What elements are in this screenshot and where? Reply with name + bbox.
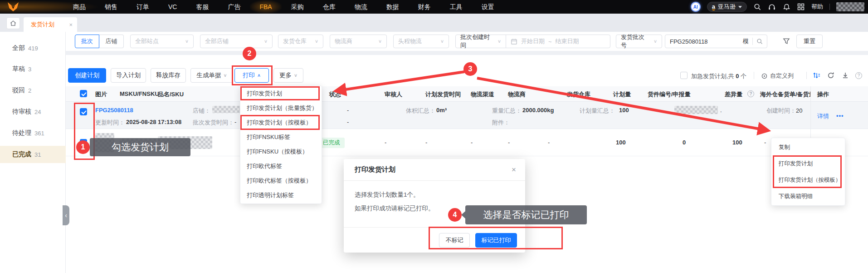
detail-link[interactable]: 详情 (817, 112, 829, 120)
top-nav: 商品 销售 订单 VC 客服 广告 FBA 采购 仓库 物流 数据 财务 工具 … (0, 0, 868, 14)
filter-segment-batch[interactable]: 批次 (75, 35, 99, 48)
filter-segment-shop[interactable]: 店铺 (99, 35, 124, 48)
print-button[interactable]: 打印∧ (234, 68, 269, 83)
nav-item-vc[interactable]: VC (159, 0, 186, 14)
batch-row[interactable]: FPG25080118 店铺： - 体积汇总： 0m³ 重量汇总： 2000.0… (66, 102, 868, 129)
help-link[interactable]: 帮助 (811, 3, 823, 11)
generate-doc-button[interactable]: 生成单据∨ (190, 68, 233, 83)
download-icon[interactable] (842, 72, 849, 80)
toolbar-divider (754, 72, 754, 79)
first-leg-logistics-select[interactable]: 头程物流∨ (393, 35, 449, 48)
date-start-placeholder: 开始日期 (521, 37, 545, 45)
nav-item-logistics[interactable]: 物流 (345, 0, 377, 14)
nav-item-products[interactable]: 商品 (63, 0, 95, 14)
chevron-down-icon: ∨ (653, 39, 657, 44)
nav-item-tools[interactable]: 工具 (440, 0, 472, 14)
date-range-picker[interactable]: 开始日期 ~ 结束日期 (506, 35, 610, 48)
sidebar-item-pending-process[interactable]: 待处理 361 (0, 124, 66, 142)
table-help-icon[interactable]: ? (855, 72, 862, 79)
context-menu-item[interactable]: 复制 (771, 139, 845, 155)
diff-help-icon[interactable]: ? (747, 90, 754, 97)
nav-item-orders[interactable]: 订单 (127, 0, 159, 14)
release-stock-button[interactable]: 释放库存 (151, 68, 186, 83)
reset-button[interactable]: 重置 (796, 35, 823, 48)
print-menu-item[interactable]: 打印FNSKU（按模板） (240, 144, 322, 159)
warehouse-select[interactable]: 发货仓库∨ (278, 35, 323, 48)
home-button[interactable] (6, 17, 20, 29)
nav-item-service[interactable]: 客服 (186, 0, 218, 14)
print-menu-item[interactable]: 打印欧代标签（按模板） (240, 174, 322, 188)
row-checkbox[interactable] (80, 139, 87, 146)
select-all-checkbox[interactable] (80, 90, 87, 97)
nav-item-fba[interactable]: FBA (250, 0, 281, 14)
nav-item-ads[interactable]: 广告 (218, 0, 250, 14)
nav-item-purchase[interactable]: 采购 (282, 0, 313, 14)
sidebar-item-draft[interactable]: 草稿 3 (0, 60, 66, 78)
ai-assistant-button[interactable]: AI (691, 2, 701, 12)
gear-icon (761, 73, 768, 79)
top-nav-menu: 商品 销售 订单 VC 客服 广告 FBA 采购 仓库 物流 数据 财务 工具 … (63, 0, 504, 14)
nav-item-sales[interactable]: 销售 (95, 0, 127, 14)
sidebar-count: 3 (28, 66, 31, 73)
print-dropdown-menu: 打印发货计划 打印发货计划（批量拣货） 打印发货计划（按模板） 打印FNSKU标… (240, 85, 322, 204)
site-select[interactable]: 全部站点∨ (130, 35, 194, 48)
tab-shipping-plan[interactable]: 发货计划 × (24, 17, 77, 32)
batch-no-link[interactable]: FPG25080118 (95, 107, 133, 114)
headset-support-icon[interactable] (768, 3, 776, 11)
sidebar-item-pending-review[interactable]: 待审核 24 (0, 103, 66, 120)
no-mark-button[interactable]: 不标记 (439, 233, 470, 248)
create-plan-button[interactable]: 创建计划 (68, 68, 106, 83)
nav-item-finance[interactable]: 财务 (409, 0, 440, 14)
customize-columns-button[interactable]: 自定义列 (761, 72, 794, 80)
context-menu-item[interactable]: 打印发货计划（按模板） (771, 172, 845, 188)
sidebar-item-rejected[interactable]: 驳回 2 (0, 82, 66, 99)
search-submit-icon[interactable] (756, 38, 763, 45)
nav-item-data[interactable]: 数据 (377, 0, 409, 14)
sidebar-item-completed[interactable]: 已完成 31 (0, 146, 66, 163)
sidebar-collapse-handle[interactable]: ‹ (63, 205, 69, 225)
user-avatar[interactable] (836, 2, 864, 11)
shop-select[interactable]: 全部店铺∨ (200, 35, 273, 48)
urgent-plan-checkbox[interactable] (680, 72, 688, 79)
batch-no-search-input[interactable]: FPG25080118 模 (665, 35, 767, 48)
batch-no-field-select[interactable]: 发货批次号∨ (616, 35, 662, 48)
advanced-filter-funnel-icon[interactable] (783, 38, 790, 46)
row-checkbox[interactable] (80, 108, 87, 115)
close-tab-icon[interactable]: × (69, 21, 73, 28)
sidebar-item-all[interactable]: 全部 419 (0, 40, 66, 57)
sidebar-label: 驳回 (12, 86, 25, 94)
print-menu-item[interactable]: 打印欧代标签 (240, 159, 322, 174)
apps-grid-icon[interactable] (797, 3, 805, 11)
mark-printed-button[interactable]: 标记已打印 (475, 233, 517, 248)
update-time-value: 2025-08-28 17:13:08 (126, 119, 181, 125)
diff-qty-value: 100 (732, 139, 742, 146)
context-menu-item[interactable]: 下载装箱明细 (771, 188, 845, 204)
more-actions-icon[interactable]: ••• (836, 112, 844, 119)
search-icon[interactable] (753, 3, 761, 11)
warehouse-select-value: 发货仓库 (283, 37, 307, 45)
chevron-down-icon: ∨ (497, 39, 501, 44)
print-menu-item[interactable]: 打印发货计划 (240, 86, 322, 101)
sidebar-label: 全部 (12, 44, 25, 52)
more-button[interactable]: 更多∨ (273, 68, 303, 83)
refresh-icon[interactable] (827, 72, 834, 80)
table-row[interactable]: 已完成 - - - - - 100 0 100 - 详情 ••• (66, 129, 868, 156)
nav-item-settings[interactable]: 设置 (472, 0, 504, 14)
print-menu-item[interactable]: 打印FNSKU标签 (240, 130, 322, 144)
import-plan-button[interactable]: 导入计划 (111, 68, 146, 83)
time-type-select[interactable]: 批次创建时间∨ (455, 35, 506, 48)
sort-columns-icon[interactable] (813, 72, 820, 80)
shipping-plan-page: 商品 销售 订单 VC 客服 广告 FBA 采购 仓库 物流 数据 财务 工具 … (0, 0, 868, 273)
store-switcher[interactable]: a 亚马逊 (707, 2, 747, 12)
print-menu-item[interactable]: 打印发货计划（按模板） (240, 115, 322, 130)
nav-item-warehouse[interactable]: 仓库 (313, 0, 345, 14)
logistics-provider-select[interactable]: 物流商∨ (330, 35, 387, 48)
print-menu-item[interactable]: 打印透明计划标签 (240, 188, 322, 203)
close-icon[interactable]: × (512, 165, 516, 174)
col-auditor: 审核人 (385, 90, 402, 99)
brand-logo-icon[interactable] (7, 1, 20, 12)
context-menu-item[interactable]: 打印发货计划 (771, 155, 845, 172)
print-menu-item[interactable]: 打印发货计划（批量拣货） (240, 101, 322, 115)
fuzzy-mode-toggle[interactable]: 模 (743, 37, 749, 45)
notifications-bell-icon[interactable] (782, 3, 790, 11)
